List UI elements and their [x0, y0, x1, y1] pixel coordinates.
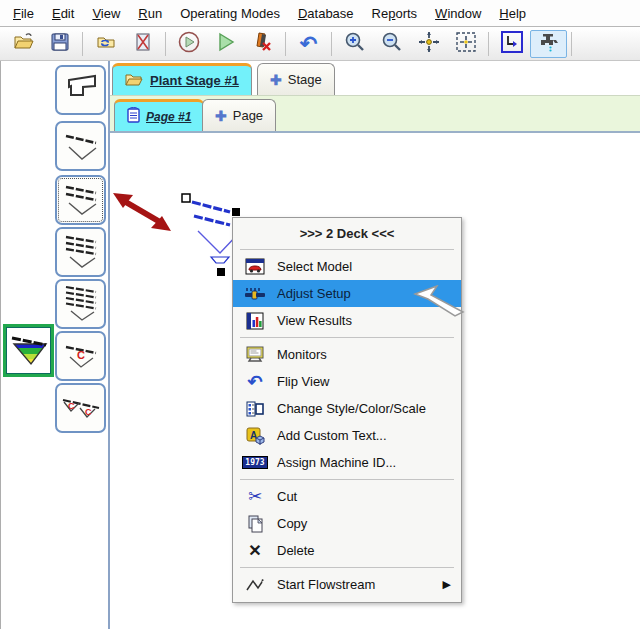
drag-preview-screen-2-deck[interactable] [3, 324, 54, 377]
menu-item-label: Select Model [277, 259, 461, 274]
stage-manager-button[interactable] [87, 30, 124, 58]
flowstream-tool-button[interactable] [493, 30, 530, 58]
menu-edit[interactable]: Edit [43, 2, 83, 25]
menu-separator [240, 567, 454, 568]
svg-text:C: C [77, 349, 85, 361]
open-folder-icon [12, 31, 34, 57]
palette-screen-3-deck-button[interactable] [55, 227, 106, 277]
tab-plant-stage-1[interactable]: Plant Stage #1 [112, 63, 252, 95]
palette-screen-4-deck-button[interactable] [55, 279, 106, 329]
menu-separator [240, 249, 454, 250]
app-window: File Edit View Run Operating Modes Datab… [0, 0, 640, 629]
zoom-center-icon [417, 30, 441, 58]
menu-file[interactable]: File [4, 2, 43, 25]
menu-item-label: Start Flowstream [277, 577, 443, 592]
menu-item-select-model[interactable]: Select Model [233, 253, 461, 280]
equipment-palette: C CC [0, 61, 110, 629]
menu-window[interactable]: Window [426, 2, 490, 25]
main-area: C CC Plant Stage #1 [0, 61, 640, 629]
tab-label: Stage [288, 72, 322, 87]
menu-item-cut[interactable]: ✂ Cut [233, 483, 461, 510]
menu-view[interactable]: View [83, 2, 129, 25]
svg-text:C: C [85, 407, 92, 417]
menu-help[interactable]: Help [490, 2, 535, 25]
zoom-center-button[interactable] [410, 30, 447, 58]
screen-2-deck-colored-icon [8, 328, 50, 374]
screen-1-deck-icon [61, 124, 101, 168]
toolbar-separator [165, 32, 166, 56]
menu-item-label: Flip View [277, 374, 461, 389]
context-menu: >>> 2 Deck <<< Select Model Adjust Setup… [232, 217, 462, 603]
folder-sync-icon [95, 31, 117, 57]
zoom-out-button[interactable] [373, 30, 410, 58]
screen-double-closed-circuit-icon: CC [60, 386, 102, 430]
toolbar-separator [488, 32, 489, 56]
tab-add-page[interactable]: ✚ Page [202, 99, 276, 131]
screen-3-deck-icon [61, 230, 101, 274]
screen-2-deck-icon [61, 178, 101, 222]
menu-reports[interactable]: Reports [363, 2, 427, 25]
tab-label: Page [233, 108, 263, 123]
menu-item-start-flowstream[interactable]: Start Flowstream ▶ [233, 571, 461, 598]
stage-tab-bar: Plant Stage #1 ✚ Stage [110, 61, 640, 95]
zoom-fit-icon [454, 30, 478, 58]
faucet-button[interactable] [530, 30, 567, 58]
flowstream-tool-icon [500, 30, 524, 58]
zoom-in-icon [343, 30, 367, 58]
start-flowstream-icon [233, 577, 277, 593]
machine-id-icon-text: 1973 [242, 456, 267, 469]
menu-item-monitors[interactable]: Monitors [233, 341, 461, 368]
menu-item-add-custom-text[interactable]: A Add Custom Text... [233, 422, 461, 449]
play-button[interactable] [207, 30, 244, 58]
menu-item-change-style[interactable]: Change Style/Color/Scale [233, 395, 461, 422]
cursor-arrow-annotation [413, 285, 467, 321]
red-double-arrow-annotation [112, 189, 174, 239]
toolbar-separator [82, 32, 83, 56]
undo-button[interactable]: ↶ [290, 30, 327, 58]
assign-machine-id-icon: 1973 [233, 456, 277, 469]
menu-item-label: Add Custom Text... [277, 428, 461, 443]
undo-icon: ↶ [300, 34, 318, 54]
menu-item-copy[interactable]: Copy [233, 510, 461, 537]
feeder-icon [61, 68, 101, 112]
menu-operating-modes[interactable]: Operating Modes [171, 2, 289, 25]
screen-4-deck-icon [61, 282, 101, 326]
delete-icon: ✕ [233, 541, 277, 560]
palette-screen-1-deck-button[interactable] [55, 121, 106, 171]
menu-separator [240, 337, 454, 338]
palette-feeder-button[interactable] [55, 65, 106, 115]
menu-item-flip-view[interactable]: ↶ Flip View [233, 368, 461, 395]
palette-screen-closed-circuit-button[interactable]: C [55, 331, 106, 381]
open-button[interactable] [4, 30, 41, 58]
plus-icon: ✚ [270, 72, 282, 88]
menu-item-label: Monitors [277, 347, 461, 362]
tab-add-stage[interactable]: ✚ Stage [257, 63, 335, 95]
svg-text:C: C [68, 401, 75, 411]
toolbar: ↶ [0, 28, 640, 61]
run-plant-button[interactable] [170, 30, 207, 58]
menu-run[interactable]: Run [129, 2, 171, 25]
save-icon [49, 31, 71, 57]
palette-screen-double-closed-circuit-button[interactable]: CC [55, 383, 106, 433]
menu-database[interactable]: Database [289, 2, 363, 25]
delete-page-button[interactable] [124, 30, 161, 58]
zoom-fit-button[interactable] [447, 30, 484, 58]
play-icon [214, 30, 238, 58]
remove-flowstream-button[interactable] [244, 30, 281, 58]
menu-item-label: Copy [277, 516, 461, 531]
content-area: Plant Stage #1 ✚ Stage Page #1 ✚ Page [110, 61, 640, 629]
menu-item-delete[interactable]: ✕ Delete [233, 537, 461, 564]
select-model-icon [233, 258, 277, 276]
submenu-arrow-icon: ▶ [443, 578, 451, 591]
menu-bar: File Edit View Run Operating Modes Datab… [0, 0, 640, 27]
flowsheet-canvas[interactable]: >>> 2 Deck <<< Select Model Adjust Setup… [110, 131, 640, 629]
palette-screen-2-deck-button[interactable] [55, 175, 106, 225]
menu-item-assign-machine-id[interactable]: 1973 Assign Machine ID... [233, 449, 461, 476]
zoom-in-button[interactable] [336, 30, 373, 58]
copy-icon [233, 515, 277, 533]
page-tab-bar: Page #1 ✚ Page [110, 95, 640, 131]
tab-page-1[interactable]: Page #1 [114, 99, 204, 131]
screen-closed-circuit-icon: C [61, 334, 101, 378]
tab-label: Plant Stage #1 [150, 73, 239, 88]
save-button[interactable] [41, 30, 78, 58]
